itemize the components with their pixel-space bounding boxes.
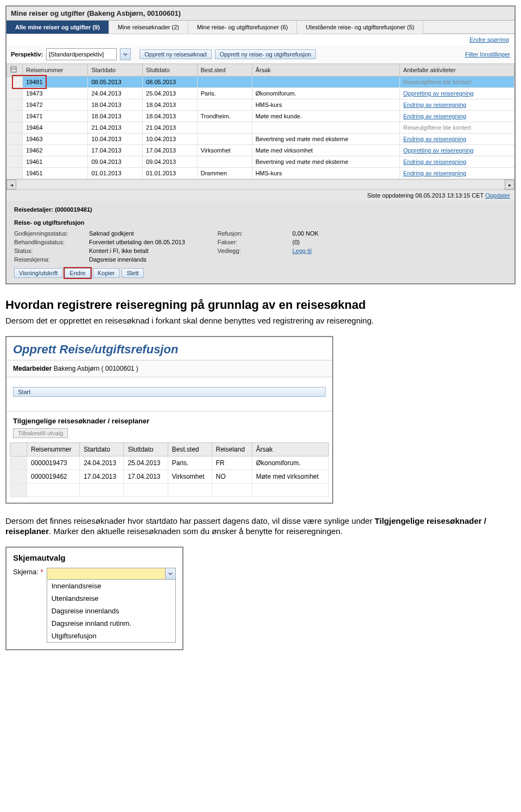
cell — [252, 77, 399, 88]
s2-col-nr[interactable]: Reisenummer — [27, 442, 80, 456]
svg-rect-0 — [11, 67, 16, 72]
activity-link[interactable]: Reiseutgiftene ble kontert — [403, 124, 471, 131]
col-beststed[interactable]: Best.sted — [197, 64, 252, 77]
col-reisenummer[interactable]: Reisenummer — [23, 64, 88, 77]
col-sluttdato[interactable]: Sluttdato — [143, 64, 198, 77]
tab-bar: Alle mine reiser og utgifter (9) Mine re… — [7, 21, 514, 34]
scroll-left-icon[interactable]: ◂ — [7, 180, 16, 189]
btn-slett[interactable]: Slett — [122, 268, 143, 278]
row-selector[interactable] — [10, 470, 27, 483]
activity-link[interactable]: Endring av reiseregning — [403, 136, 466, 142]
row-selector[interactable] — [7, 111, 23, 122]
tab-requests[interactable]: Mine reisesøknader (2) — [109, 21, 188, 34]
perspektiv-select[interactable] — [46, 48, 117, 60]
cell: 01.01.2013 — [88, 168, 143, 179]
scroll-right-icon[interactable]: ▸ — [505, 180, 514, 189]
window-title: Mine reiser og utgifter (Bakeng Asbjørn,… — [7, 7, 514, 21]
tab-outstanding[interactable]: Utestående reise- og utgiftsrefusjoner (… — [297, 21, 423, 34]
skjema-option[interactable]: Utgiftsrefusjon — [47, 630, 175, 642]
detail-row: Godkjenningsstatus:Søknad godkjent — [14, 230, 185, 237]
btn-new-request[interactable]: Opprett ny reisesøknad — [139, 49, 211, 59]
activity-link[interactable]: Endring av reiseregning — [403, 101, 466, 108]
col-aktiviteter[interactable]: Anbefalte aktiviteter — [400, 64, 514, 77]
link-oppdater[interactable]: Oppdater — [485, 192, 510, 199]
table-row[interactable]: 1947324.04.201325.04.2013Paris.Økonomifo… — [7, 88, 514, 99]
activity-link[interactable]: Reiseutgiftene ble kontert — [403, 79, 471, 85]
chevron-down-icon — [168, 572, 173, 576]
skjema-select[interactable]: InnenlandsreiseUtenlandsreiseDagsreise i… — [47, 568, 176, 643]
table-row[interactable]: 1945101.01.201301.01.2013DrammenHMS-kurs… — [7, 168, 514, 179]
btn-kopier[interactable]: Kopier — [93, 268, 120, 278]
row-selector[interactable] — [7, 77, 23, 88]
cell: 09.04.2013 — [143, 156, 198, 168]
table-row[interactable]: 1946217.04.201317.04.2013VirksomhetMøte … — [7, 145, 514, 156]
cell — [197, 156, 252, 168]
cell: FR — [212, 456, 252, 470]
s2-col-startdato[interactable]: Startdato — [80, 442, 124, 456]
activity-link[interactable]: Oppretting av reiseregning — [403, 90, 474, 97]
cell — [197, 77, 252, 88]
table-row[interactable]: 1946109.04.201309.04.2013Bevertning ved … — [7, 156, 514, 168]
cell: 17.04.2013 — [88, 145, 143, 156]
s2-medarb-label: Medarbeider — [13, 365, 52, 372]
row-selector[interactable] — [7, 168, 23, 179]
table-row[interactable]: 1946310.04.201310.04.2013Bevertning ved … — [7, 134, 514, 145]
cell — [197, 134, 252, 145]
cell: Paris. — [168, 456, 212, 470]
cell: Virksomhet — [197, 145, 252, 156]
s2-col-sluttdato[interactable]: Sluttdato — [124, 442, 168, 456]
s2-col-reiseland[interactable]: Reiseland — [212, 442, 252, 456]
cell: 25.04.2013 — [143, 88, 198, 99]
activity-link[interactable]: Endring av reiseregning — [403, 113, 466, 119]
row-selector[interactable] — [7, 145, 23, 156]
skjema-option[interactable]: Innenlandsreise — [47, 580, 175, 592]
s2-col-arsak[interactable]: Årsak — [252, 442, 328, 456]
table-row[interactable]: 000001947324.04.201325.04.2013Paris.FRØk… — [10, 456, 329, 470]
row-selector[interactable] — [7, 134, 23, 145]
btn-new-refund[interactable]: Opprett ny reise- og utgiftsrefusjon — [215, 49, 316, 59]
cell: Bevertning ved møte med eksterne — [252, 134, 399, 145]
activity-link[interactable]: Endring av reiseregning — [403, 158, 466, 165]
cell-reisenummer: 19461 — [23, 156, 88, 168]
skjema-option[interactable]: Dagsreise innenlands — [47, 605, 175, 617]
col-startdato[interactable]: Startdato — [88, 64, 143, 77]
activity-link[interactable]: Oppretting av reiseregning — [403, 147, 474, 154]
link-endre-sporring[interactable]: Endre spørring — [469, 36, 509, 43]
row-selector[interactable] — [7, 156, 23, 168]
btn-start[interactable]: Start — [13, 387, 326, 397]
skjema-dropdown-btn[interactable] — [165, 568, 175, 579]
main-screenshot: Mine reiser og utgifter (Bakeng Asbjørn,… — [5, 5, 516, 284]
table-row[interactable]: 000001946217.04.201317.04.2013Virksomhet… — [10, 470, 329, 483]
table-row[interactable]: 1948108.05.201308.05.2013Reiseutgiftene … — [7, 77, 514, 88]
cell — [197, 122, 252, 134]
row-selector[interactable] — [7, 122, 23, 134]
doc-paragraph-2: Dersom det finnes reisesøknader hvor sta… — [5, 516, 516, 537]
available-requests-table: Reisenummer Startdato Sluttdato Best.ste… — [10, 442, 329, 497]
row-selector[interactable] — [7, 88, 23, 99]
table-row[interactable]: 1947218.04.201318.04.2013HMS-kursEndring… — [7, 99, 514, 111]
row-selector[interactable] — [7, 99, 23, 111]
perspektiv-dropdown[interactable] — [120, 48, 131, 60]
cell: 10.04.2013 — [143, 134, 198, 145]
cell: 18.04.2013 — [143, 111, 198, 122]
col-arsak[interactable]: Årsak — [252, 64, 399, 77]
row-selector[interactable] — [10, 456, 27, 470]
cell: NO — [212, 470, 252, 483]
table-row[interactable]: 1946421.04.201321.04.2013Reiseutgiftene … — [7, 122, 514, 134]
s2-col-beststed[interactable]: Best.sted — [168, 442, 212, 456]
row-select-header[interactable] — [7, 64, 23, 77]
skjema-option[interactable]: Utenlandsreise — [47, 592, 175, 605]
link-filter-settings[interactable]: Filter Innstillinger — [465, 51, 510, 58]
skjema-option[interactable]: Dagsreise innland rutinm. — [47, 617, 175, 630]
btn-endre[interactable]: Endre — [65, 268, 90, 278]
tab-refunds[interactable]: Mine reise- og utgiftsrefusjoner (6) — [188, 21, 297, 34]
tab-all[interactable]: Alle mine reiser og utgifter (9) — [7, 21, 109, 34]
cell: 10.04.2013 — [88, 134, 143, 145]
btn-reset-selection: Tilbakestill utvalg — [13, 428, 68, 438]
details-panel: Reisedetaljer: (0000019481) Reise- og ut… — [7, 201, 514, 283]
btn-visning[interactable]: Visning/utskrift — [14, 268, 62, 278]
activity-link[interactable]: Endring av reiseregning — [403, 170, 466, 176]
table-row[interactable]: 1947118.04.201318.04.2013Trondheim.Møte … — [7, 111, 514, 122]
link-legg-til[interactable]: Legg til — [293, 248, 312, 254]
horizontal-scrollbar[interactable]: ◂ ▸ — [7, 179, 514, 189]
